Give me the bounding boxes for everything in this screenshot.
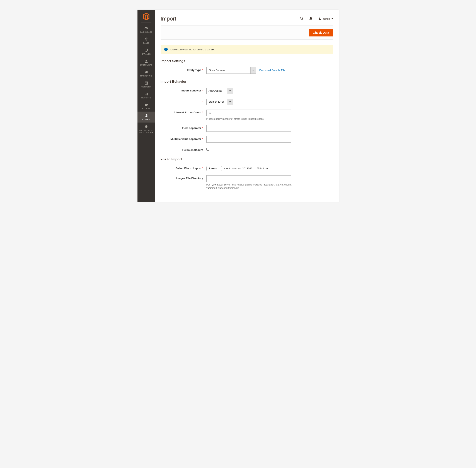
stores-icon (144, 103, 148, 107)
section-title: Import Behavior (161, 80, 333, 84)
admin-sidebar: DASHBOARD SALES CATALOG CUSTOMERS MARKET (137, 10, 155, 202)
required-mark: * (202, 100, 203, 103)
chevron-down-icon (331, 18, 333, 19)
catalog-icon (144, 48, 148, 52)
entity-type-select[interactable]: Stock Sources (207, 67, 256, 74)
sidebar-item-sales[interactable]: SALES (137, 35, 155, 46)
label-error-mode: * (161, 99, 207, 103)
select-value: Stop on Error (207, 99, 227, 105)
fields-enclosure-checkbox[interactable] (207, 148, 209, 151)
sidebar-divider (141, 22, 151, 23)
chevron-down-icon (229, 102, 231, 102)
customers-icon (144, 59, 148, 63)
row-fields-enclosure: Fields enclosure (161, 147, 333, 151)
download-sample-link[interactable]: Download Sample File (259, 69, 285, 72)
field-entity-type: Stock Sources Download Sample File (207, 67, 333, 74)
sidebar-item-marketing[interactable]: MARKETING (137, 68, 155, 79)
browse-button[interactable]: Browse... (207, 166, 222, 171)
search-button[interactable] (300, 16, 304, 21)
sidebar-item-dashboard[interactable]: DASHBOARD (137, 24, 155, 35)
action-bar: Check Data (161, 26, 333, 40)
label-fields-enclosure: Fields enclosure (161, 147, 207, 151)
section-import-behavior: Import Behavior Import Behavior* Add/Upd… (161, 80, 333, 151)
nav-label: CUSTOMERS (140, 64, 152, 66)
row-entity-type: Entity Type* Stock Sources Download Samp… (161, 67, 333, 74)
required-mark: * (202, 69, 203, 72)
nav-label: DASHBOARD (140, 31, 152, 33)
nav-label: SYSTEM (142, 118, 150, 121)
label-images-dir: Images File Directory (161, 175, 207, 180)
sidebar-item-customers[interactable]: CUSTOMERS (137, 57, 155, 68)
notice-text: Make sure your file isn't more than 2M. (171, 48, 215, 51)
user-label: admin (323, 17, 330, 20)
sidebar-item-stores[interactable]: STORES (137, 101, 155, 112)
sidebar-item-partners[interactable]: FIND PARTNERS & EXTENSIONS (137, 122, 155, 135)
nav-label: STORES (142, 108, 150, 110)
images-dir-hint: For Type "Local Server" use relative pat… (207, 183, 292, 190)
magento-logo-icon (143, 13, 150, 20)
section-title: File to Import (161, 157, 333, 161)
check-data-button[interactable]: Check Data (309, 29, 333, 36)
label-field-separator: Field separator* (161, 125, 207, 130)
nav-label: FIND PARTNERS & EXTENSIONS (138, 130, 154, 133)
sidebar-item-reports[interactable]: REPORTS (137, 90, 155, 101)
nav-label: CONTENT (141, 86, 151, 88)
user-menu[interactable]: admin (318, 17, 333, 20)
sidebar-item-content[interactable]: CONTENT (137, 79, 155, 90)
nav-label: CATALOG (141, 53, 151, 55)
selected-filename: stock_sources_20180621_155943.csv (224, 167, 268, 170)
notifications-button[interactable] (309, 16, 313, 21)
label-multi-separator: Multiple value separator* (161, 136, 207, 140)
label-import-behavior: Import Behavior* (161, 88, 207, 92)
multi-separator-input[interactable] (207, 136, 291, 143)
label-allowed-errors: Allowed Errors Count* (161, 110, 207, 114)
main-content: Import admin Check Data i Make sure yo (155, 10, 339, 202)
dashboard-icon (144, 26, 148, 30)
images-dir-input[interactable] (207, 175, 291, 182)
required-mark: * (202, 111, 203, 114)
person-icon (318, 17, 322, 20)
marketing-icon (144, 70, 148, 74)
row-allowed-errors: Allowed Errors Count* Please specify num… (161, 110, 333, 121)
select-toggle (227, 99, 233, 105)
row-images-dir: Images File Directory For Type "Local Se… (161, 175, 333, 190)
section-title: Import Settings (161, 59, 333, 63)
header-tools: admin (300, 16, 333, 21)
magento-logo[interactable] (137, 10, 155, 22)
select-value: Add/Update (207, 88, 227, 94)
page-title: Import (161, 15, 176, 22)
system-icon (144, 114, 148, 118)
error-mode-select[interactable]: Stop on Error (207, 99, 233, 105)
page-header: Import admin (161, 10, 333, 26)
label-entity-type: Entity Type* (161, 67, 207, 72)
row-multi-separator: Multiple value separator* (161, 136, 333, 143)
nav-label: SALES (143, 42, 149, 44)
chevron-down-icon (229, 90, 231, 91)
label-select-file: Select File to Import* (161, 165, 207, 170)
select-toggle (227, 88, 233, 94)
sidebar-item-system[interactable]: SYSTEM (137, 112, 155, 122)
search-icon (300, 16, 304, 20)
allowed-errors-hint: Please specify number of errors to halt … (207, 117, 292, 121)
required-mark: * (202, 137, 203, 140)
sales-icon (144, 37, 148, 41)
row-import-behavior: Import Behavior* Add/Update (161, 88, 333, 94)
bell-icon (309, 16, 313, 20)
required-mark: * (202, 89, 203, 92)
nav-label: MARKETING (140, 75, 152, 77)
section-import-settings: Import Settings Entity Type* Stock Sourc… (161, 59, 333, 74)
partners-icon (144, 125, 148, 129)
select-value: Stock Sources (207, 67, 251, 73)
app-frame: DASHBOARD SALES CATALOG CUSTOMERS MARKET (137, 10, 339, 202)
reports-icon (144, 92, 148, 96)
chevron-down-icon (252, 70, 254, 71)
required-mark: * (202, 127, 203, 130)
info-icon: i (164, 48, 168, 51)
content-icon (144, 81, 148, 85)
field-separator-input[interactable] (207, 125, 291, 132)
select-toggle (251, 67, 256, 73)
row-select-file: Select File to Import* Browse... stock_s… (161, 165, 333, 171)
sidebar-item-catalog[interactable]: CATALOG (137, 46, 155, 57)
allowed-errors-input[interactable] (207, 110, 291, 116)
import-behavior-select[interactable]: Add/Update (207, 88, 233, 94)
